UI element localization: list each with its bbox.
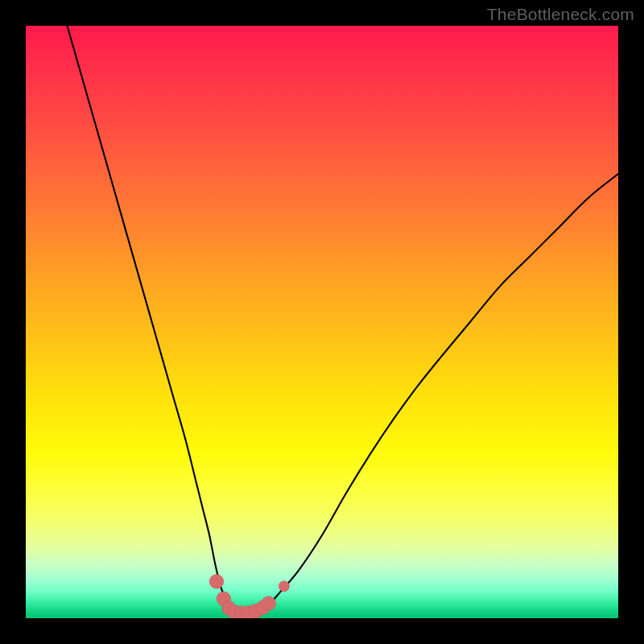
chart-frame: TheBottleneck.com <box>0 0 644 644</box>
bottleneck-curve-svg <box>26 26 618 618</box>
plot-area <box>26 26 618 618</box>
watermark-text: TheBottleneck.com <box>487 5 634 24</box>
curve-marker <box>262 597 276 611</box>
curve-marker <box>209 575 224 589</box>
bottleneck-curve-path <box>68 26 618 613</box>
curve-marker <box>279 581 289 592</box>
